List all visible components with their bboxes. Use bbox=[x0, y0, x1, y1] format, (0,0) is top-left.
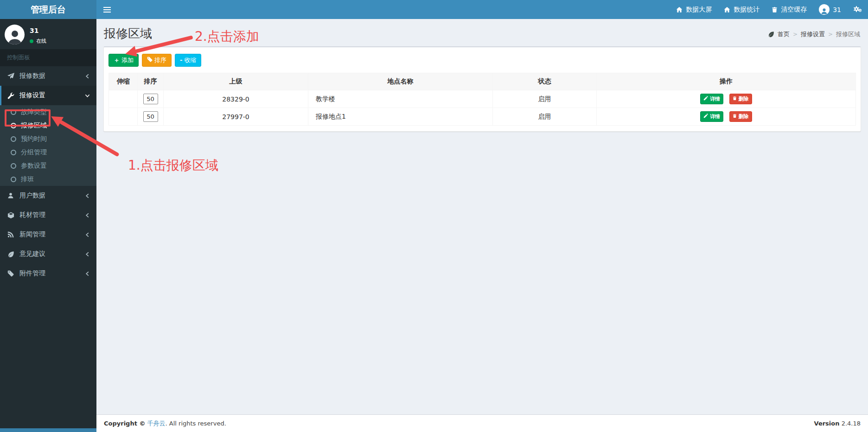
collapse-button[interactable]: -收缩 bbox=[175, 54, 201, 67]
gears-icon bbox=[853, 6, 862, 13]
col-header-actions: 操作 bbox=[597, 73, 856, 90]
col-header-expand: 伸缩 bbox=[109, 73, 138, 90]
circle-o-icon bbox=[11, 177, 16, 182]
edit-icon bbox=[703, 96, 708, 102]
sidebar-section-header: 控制面板 bbox=[0, 49, 96, 66]
minus-icon: - bbox=[180, 56, 182, 64]
col-header-status: 状态 bbox=[493, 73, 597, 90]
cell-status: 启用 bbox=[493, 108, 597, 126]
breadcrumb: 首页 > 报修设置 > 报修区域 bbox=[768, 30, 860, 38]
annotation-step2-label: 2.点击添加 bbox=[195, 28, 259, 45]
cell-sort bbox=[138, 108, 164, 126]
delete-button[interactable]: 删除 bbox=[729, 94, 752, 104]
sort-button[interactable]: 排序 bbox=[142, 54, 172, 67]
cell-name: 报修地点1 bbox=[308, 108, 493, 126]
content-box: ＋添加 排序 -收缩 伸缩 排序 上级 地点名称 状态 操作 bbox=[103, 46, 861, 132]
sidebar-item-feedback[interactable]: 意见建议 bbox=[0, 244, 96, 264]
cell-status: 启用 bbox=[493, 90, 597, 108]
top-navbar: 管理后台 数据大屏 数据统计 清空缓存 bbox=[0, 0, 868, 19]
detail-button[interactable]: 详情 bbox=[700, 94, 723, 104]
breadcrumb-separator: > bbox=[793, 31, 798, 38]
sidebar-item-consumables[interactable]: 耗材管理 bbox=[0, 205, 96, 225]
toolbar: ＋添加 排序 -收缩 bbox=[108, 54, 856, 67]
sidebar-user-status[interactable]: 在线 bbox=[30, 38, 46, 44]
chevron-left-icon bbox=[85, 271, 90, 276]
table-row: 28329-0 教学楼 启用 详情 删除 bbox=[109, 90, 856, 108]
cell-actions: 详情 删除 bbox=[597, 90, 856, 108]
delete-button[interactable]: 删除 bbox=[729, 111, 752, 122]
sidebar-user-panel: 31 在线 bbox=[0, 19, 96, 49]
annotation-step1-label: 1.点击报修区域 bbox=[128, 157, 218, 174]
wrench-icon bbox=[7, 92, 19, 99]
chevron-left-icon bbox=[85, 213, 90, 218]
cell-actions: 删除详情 删除 bbox=[597, 108, 856, 126]
sidebar: 31 在线 控制面板 报修数据 报修设置 bbox=[0, 19, 96, 432]
breadcrumb-separator: > bbox=[828, 31, 833, 38]
chevron-left-icon bbox=[85, 193, 90, 198]
nav-item-clear-cache[interactable]: 清空缓存 bbox=[766, 0, 813, 19]
breadcrumb-home[interactable]: 首页 bbox=[778, 30, 790, 38]
table-row: 27997-0 报修地点1 启用 删除详情 删除 bbox=[109, 108, 856, 126]
cube-icon bbox=[7, 212, 19, 219]
navbar-right-menu: 数据大屏 数据统计 清空缓存 31 bbox=[670, 0, 868, 19]
sidebar-subitem-scheduling[interactable]: 排班 bbox=[0, 172, 96, 186]
sidebar-item-attachments[interactable]: 附件管理 bbox=[0, 264, 96, 283]
tag-icon bbox=[147, 56, 153, 64]
cell-expand bbox=[109, 108, 138, 126]
menu-toggle-icon[interactable] bbox=[96, 0, 118, 19]
sidebar-menu: 报修数据 报修设置 故障类型 报修区域 bbox=[0, 66, 96, 283]
sort-order-input[interactable] bbox=[143, 94, 158, 104]
app-logo[interactable]: 管理后台 bbox=[0, 0, 96, 19]
sidebar-item-news[interactable]: 新闻管理 bbox=[0, 225, 96, 244]
circle-o-icon bbox=[11, 150, 16, 155]
detail-button[interactable]: 删除详情 bbox=[700, 111, 723, 122]
sort-order-input[interactable] bbox=[143, 111, 158, 122]
nav-settings[interactable] bbox=[847, 0, 868, 19]
col-header-name: 地点名称 bbox=[308, 73, 493, 90]
company-link[interactable]: 千舟云 bbox=[147, 420, 166, 427]
page-title: 报修区域 bbox=[104, 25, 152, 42]
trash-icon bbox=[733, 96, 737, 102]
trash-icon bbox=[772, 6, 778, 13]
nav-item-data-stats[interactable]: 数据统计 bbox=[718, 0, 766, 19]
footer-version: Version 2.4.18 bbox=[814, 420, 861, 427]
table-header-row: 伸缩 排序 上级 地点名称 状态 操作 bbox=[109, 73, 856, 90]
cell-parent: 28329-0 bbox=[164, 90, 308, 108]
chevron-left-icon bbox=[85, 252, 90, 257]
sidebar-user-name: 31 bbox=[30, 27, 46, 34]
nav-item-data-screen[interactable]: 数据大屏 bbox=[670, 0, 718, 19]
trash-icon bbox=[733, 114, 737, 120]
col-header-parent: 上级 bbox=[164, 73, 308, 90]
home-icon bbox=[676, 6, 683, 13]
cell-parent: 27997-0 bbox=[164, 108, 308, 126]
chevron-left-icon bbox=[85, 232, 90, 237]
user-badge: 31 bbox=[833, 6, 841, 13]
area-table: 伸缩 排序 上级 地点名称 状态 操作 28329-0 教学楼 启用 bbox=[108, 73, 856, 126]
sidebar-item-repair-settings[interactable]: 报修设置 bbox=[0, 86, 96, 105]
nav-user-menu[interactable]: 31 bbox=[813, 0, 847, 19]
paper-plane-icon bbox=[7, 73, 19, 80]
chevron-down-icon bbox=[85, 93, 90, 98]
footer-copyright: Copyright © 千舟云. All rights reserved. bbox=[104, 419, 226, 428]
rss-icon bbox=[7, 231, 19, 238]
breadcrumb-leaf-icon bbox=[768, 31, 774, 38]
breadcrumb-current: 报修区域 bbox=[836, 30, 860, 38]
chevron-left-icon bbox=[85, 74, 90, 79]
home-icon bbox=[724, 6, 730, 13]
main-content: 报修区域 首页 > 报修设置 > 报修区域 ＋添加 排序 -收缩 bbox=[96, 19, 868, 414]
footer: Copyright © 千舟云. All rights reserved. Ve… bbox=[96, 414, 868, 432]
breadcrumb-section[interactable]: 报修设置 bbox=[801, 30, 825, 38]
sidebar-subitem-parameter-settings[interactable]: 参数设置 bbox=[0, 159, 96, 172]
sidebar-item-repair-data[interactable]: 报修数据 bbox=[0, 66, 96, 86]
online-dot-icon bbox=[30, 39, 33, 43]
sidebar-subitem-group-management[interactable]: 分组管理 bbox=[0, 146, 96, 159]
sidebar-item-user-data[interactable]: 用户数据 bbox=[0, 186, 96, 205]
circle-o-icon bbox=[11, 163, 16, 169]
user-icon bbox=[7, 192, 19, 199]
cell-sort bbox=[138, 90, 164, 108]
sidebar-bottom-strip bbox=[0, 428, 96, 432]
leaf-icon bbox=[7, 251, 19, 258]
annotation-highlight-rect bbox=[5, 109, 51, 127]
plus-icon: ＋ bbox=[114, 56, 120, 64]
col-header-sort: 排序 bbox=[138, 73, 164, 90]
